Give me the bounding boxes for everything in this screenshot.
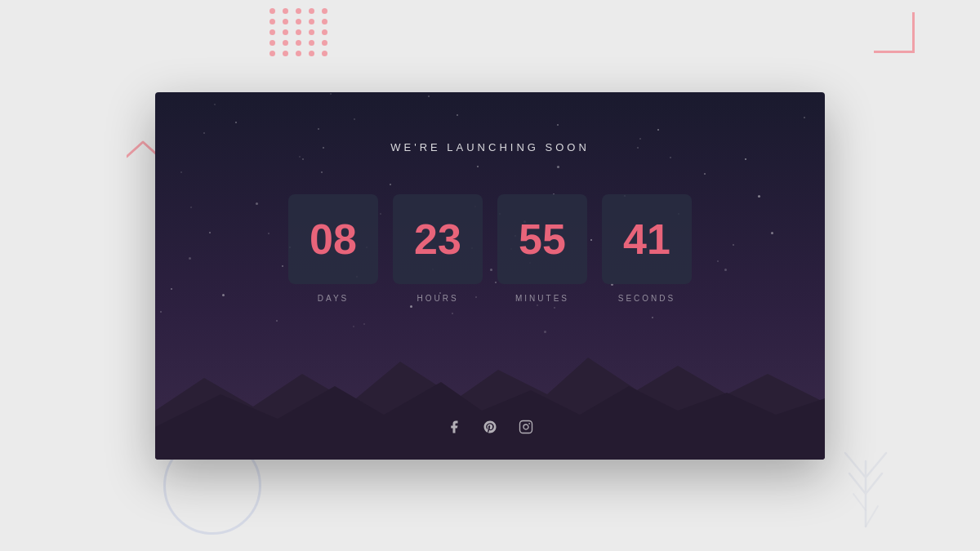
instagram-icon[interactable]	[518, 419, 534, 435]
svg-point-3	[523, 424, 528, 429]
mountains-decoration	[155, 329, 825, 460]
hours-value: 23	[414, 218, 461, 260]
minutes-box: 55	[497, 194, 587, 284]
svg-rect-2	[520, 420, 532, 433]
decorative-corner	[874, 12, 915, 53]
svg-point-4	[528, 422, 530, 424]
countdown-days: 08 DAYS	[288, 194, 378, 303]
minutes-value: 55	[519, 218, 566, 260]
countdown-container: 08 DAYS 23 HOURS 55 MINUTES 41	[288, 194, 692, 303]
pinterest-icon[interactable]	[482, 419, 498, 435]
hours-box: 23	[393, 194, 483, 284]
countdown-hours: 23 HOURS	[393, 194, 483, 303]
seconds-box: 41	[602, 194, 692, 284]
days-box: 08	[288, 194, 378, 284]
facebook-icon[interactable]	[446, 419, 462, 435]
countdown-minutes: 55 MINUTES	[497, 194, 587, 303]
hours-label: HOURS	[416, 294, 458, 303]
countdown-seconds: 41 SECONDS	[602, 194, 692, 303]
decorative-branch	[833, 437, 898, 535]
social-icons-container	[155, 419, 825, 435]
minutes-label: MINUTES	[515, 294, 569, 303]
decorative-chevron	[127, 139, 159, 166]
seconds-value: 41	[623, 218, 670, 260]
launch-title: WE'RE LAUNCHING SOON	[390, 141, 590, 153]
main-card: WE'RE LAUNCHING SOON 08 DAYS 23 HOURS 55…	[155, 92, 825, 460]
card-content: WE'RE LAUNCHING SOON 08 DAYS 23 HOURS 55…	[155, 92, 825, 303]
days-label: DAYS	[318, 294, 350, 303]
days-value: 08	[310, 218, 357, 260]
decorative-dots	[270, 8, 330, 56]
seconds-label: SECONDS	[618, 294, 675, 303]
